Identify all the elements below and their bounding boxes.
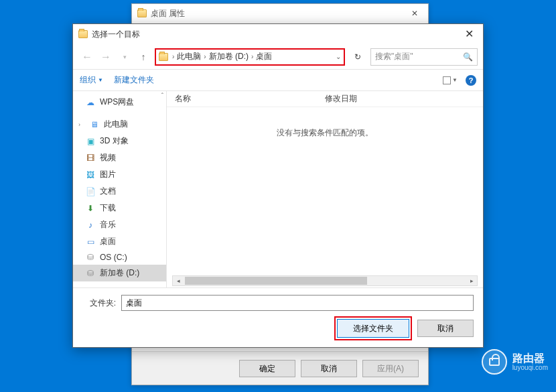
tree-item-music[interactable]: ♪ 音乐 bbox=[73, 216, 166, 233]
chevron-right-icon: › bbox=[204, 53, 206, 60]
cancel-button[interactable]: 取消 bbox=[417, 320, 474, 337]
refresh-button[interactable]: ↻ bbox=[348, 48, 368, 66]
empty-message: 没有与搜索条件匹配的项。 bbox=[167, 107, 483, 139]
drive-icon: ⛁ bbox=[85, 253, 96, 262]
chevron-down-icon: ▼ bbox=[98, 77, 103, 83]
dialog-footer: 文件夹: 桌面 选择文件夹 取消 bbox=[73, 287, 483, 347]
horizontal-scrollbar[interactable]: ◂ ▸ bbox=[172, 275, 478, 286]
view-icon bbox=[443, 76, 451, 84]
folder-icon bbox=[78, 30, 88, 38]
properties-titlebar: 桌面 属性 ✕ bbox=[132, 4, 428, 23]
chevron-down-icon: ▼ bbox=[452, 77, 458, 83]
folder-icon bbox=[137, 9, 147, 17]
column-headers: 名称 修改日期 bbox=[167, 91, 483, 107]
drive-icon: ⛁ bbox=[85, 269, 96, 278]
tree-item-downloads[interactable]: ⬇ 下载 bbox=[73, 200, 166, 216]
tree-item-thispc[interactable]: › 🖥 此电脑 bbox=[73, 116, 166, 133]
recent-dropdown[interactable]: ▾ bbox=[116, 48, 133, 66]
properties-title: 桌面 属性 bbox=[151, 8, 185, 19]
watermark: 路由器 luyouqi.com bbox=[482, 349, 548, 375]
scroll-right-icon[interactable]: ▸ bbox=[466, 277, 477, 284]
document-icon: 📄 bbox=[85, 187, 96, 196]
scroll-left-icon[interactable]: ◂ bbox=[173, 277, 184, 284]
navigation-tree: ˆ ☁ WPS网盘 › 🖥 此电脑 ▣ 3D 对象 🎞 视频 🖼 图片 bbox=[73, 91, 167, 287]
close-icon[interactable]: ✕ bbox=[455, 24, 483, 44]
tree-item-3d[interactable]: ▣ 3D 对象 bbox=[73, 133, 166, 149]
address-bar[interactable]: › 此电脑 › 新加卷 (D:) › 桌面 ⌄ bbox=[155, 48, 345, 66]
chevron-down-icon[interactable]: ⌄ bbox=[336, 53, 341, 60]
download-icon: ⬇ bbox=[85, 204, 96, 213]
new-folder-button[interactable]: 新建文件夹 bbox=[114, 74, 154, 86]
tree-item-videos[interactable]: 🎞 视频 bbox=[73, 149, 166, 166]
tree-item-wps[interactable]: ☁ WPS网盘 bbox=[73, 94, 166, 111]
close-icon[interactable]: ✕ bbox=[401, 4, 428, 23]
chevron-right-icon: › bbox=[78, 121, 85, 128]
apply-button[interactable]: 应用(A) bbox=[362, 360, 419, 377]
up-button[interactable]: ↑ bbox=[135, 48, 152, 66]
button-row: 选择文件夹 取消 bbox=[82, 319, 474, 338]
organize-menu[interactable]: 组织 ▼ bbox=[80, 74, 103, 86]
tree-item-new-volume-d[interactable]: ⛁ 新加卷 (D:) bbox=[73, 265, 166, 281]
music-icon: ♪ bbox=[85, 220, 96, 230]
desktop-icon: ▭ bbox=[85, 237, 96, 247]
nav-arrows: ← → ▾ ↑ bbox=[78, 48, 152, 66]
help-icon[interactable]: ? bbox=[466, 75, 476, 86]
dialog-title: 选择一个目标 bbox=[92, 29, 140, 40]
breadcrumb-item[interactable]: 桌面 bbox=[256, 51, 272, 62]
file-list: 没有与搜索条件匹配的项。 ◂ ▸ bbox=[167, 107, 483, 287]
folder-label: 文件夹: bbox=[82, 298, 116, 309]
search-input[interactable]: 搜索"桌面" 🔍 bbox=[370, 48, 478, 66]
breadcrumb: › 此电脑 › 新加卷 (D:) › 桌面 bbox=[159, 51, 272, 62]
lock-icon bbox=[482, 349, 507, 375]
folder-row: 文件夹: 桌面 bbox=[82, 295, 474, 311]
chevron-right-icon: › bbox=[251, 53, 253, 60]
properties-footer: 确定 取消 应用(A) bbox=[132, 351, 428, 385]
body-area: ˆ ☁ WPS网盘 › 🖥 此电脑 ▣ 3D 对象 🎞 视频 🖼 图片 bbox=[73, 91, 483, 287]
folder-input[interactable]: 桌面 bbox=[121, 295, 474, 311]
tree-item-desktop[interactable]: ▭ 桌面 bbox=[73, 233, 166, 250]
breadcrumb-item[interactable]: 新加卷 (D:) bbox=[209, 51, 249, 62]
tree-item-pictures[interactable]: 🖼 图片 bbox=[73, 166, 166, 183]
column-header-modified[interactable]: 修改日期 bbox=[325, 93, 357, 105]
watermark-sub: luyouqi.com bbox=[512, 364, 548, 371]
tree-item-documents[interactable]: 📄 文档 bbox=[73, 183, 166, 200]
scroll-up-icon[interactable]: ˆ bbox=[161, 92, 163, 100]
cancel-button[interactable]: 取消 bbox=[301, 360, 357, 377]
view-options[interactable]: ▼ bbox=[443, 76, 458, 84]
search-icon: 🔍 bbox=[463, 52, 473, 62]
pictures-icon: 🖼 bbox=[85, 170, 96, 180]
3d-icon: ▣ bbox=[85, 137, 96, 146]
tree-item-os-c[interactable]: ⛁ OS (C:) bbox=[73, 250, 166, 265]
back-button[interactable]: ← bbox=[78, 48, 96, 66]
cloud-icon: ☁ bbox=[85, 98, 96, 107]
folder-picker-dialog: 选择一个目标 ✕ ← → ▾ ↑ › 此电脑 › 新加卷 (D:) › 桌面 ⌄… bbox=[72, 23, 484, 348]
chevron-right-icon: › bbox=[172, 53, 174, 60]
folder-input-value: 桌面 bbox=[126, 298, 142, 309]
select-folder-button[interactable]: 选择文件夹 bbox=[337, 319, 409, 338]
dialog-titlebar: 选择一个目标 ✕ bbox=[73, 24, 483, 44]
pc-icon: 🖥 bbox=[89, 120, 100, 129]
search-placeholder: 搜索"桌面" bbox=[375, 51, 413, 62]
folder-icon bbox=[159, 53, 168, 61]
scrollbar-thumb[interactable] bbox=[185, 277, 367, 285]
watermark-title: 路由器 bbox=[512, 352, 548, 365]
navigation-row: ← → ▾ ↑ › 此电脑 › 新加卷 (D:) › 桌面 ⌄ ↻ 搜索"桌面"… bbox=[73, 44, 483, 70]
forward-button[interactable]: → bbox=[97, 48, 115, 66]
ok-button[interactable]: 确定 bbox=[239, 360, 295, 377]
breadcrumb-item[interactable]: 此电脑 bbox=[177, 51, 201, 62]
column-header-name[interactable]: 名称 bbox=[175, 93, 191, 105]
content-pane: 名称 修改日期 没有与搜索条件匹配的项。 ◂ ▸ bbox=[167, 91, 483, 287]
toolbar: 组织 ▼ 新建文件夹 ▼ ? bbox=[73, 70, 483, 91]
video-icon: 🎞 bbox=[85, 153, 96, 163]
